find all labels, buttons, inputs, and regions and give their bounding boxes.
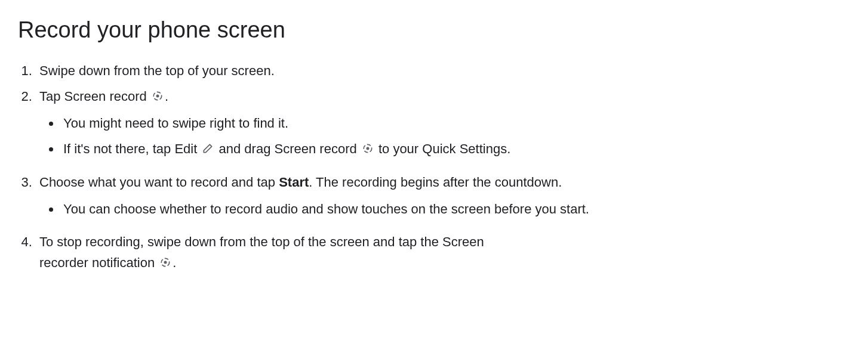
step-3-strong: Start — [279, 175, 309, 190]
step-2-sub-1: You might need to swipe right to find it… — [61, 113, 850, 134]
step-2-sub-2-text-c: to your Quick Settings. — [375, 141, 510, 156]
step-2-sub-2-text-b: and drag Screen record — [215, 141, 360, 156]
svg-point-5 — [164, 261, 167, 264]
step-3-sub-1: You can choose whether to record audio a… — [61, 199, 850, 219]
step-1: Swipe down from the top of your screen. — [36, 60, 850, 81]
svg-point-3 — [366, 147, 369, 150]
svg-point-1 — [156, 94, 159, 97]
step-2-sub-2: If it's not there, tap Edit and drag Scr… — [61, 138, 850, 159]
step-3: Choose what you want to record and tap S… — [36, 172, 850, 219]
screen-record-icon — [362, 142, 374, 154]
step-4-text-a: To stop recording, swipe down from the t… — [39, 234, 484, 270]
step-3-text-a: Choose what you want to record and tap — [39, 175, 279, 190]
step-4-text-b: . — [173, 255, 176, 270]
edit-icon — [202, 142, 214, 154]
screen-record-icon — [159, 256, 171, 268]
screen-record-icon — [152, 90, 164, 102]
step-2-text-a: Tap Screen record — [39, 89, 150, 104]
step-2-sublist: You might need to swipe right to find it… — [39, 113, 850, 159]
page-title: Record your phone screen — [18, 12, 850, 48]
step-2-sub-2-text-a: If it's not there, tap Edit — [63, 141, 201, 156]
steps-list: Swipe down from the top of your screen. … — [18, 60, 850, 274]
step-3-sublist: You can choose whether to record audio a… — [39, 199, 850, 219]
step-2: Tap Screen record . You might need to sw… — [36, 86, 850, 160]
step-4: To stop recording, swipe down from the t… — [36, 231, 850, 273]
step-2-text-b: . — [165, 89, 168, 104]
step-3-text-b: . The recording begins after the countdo… — [309, 175, 562, 190]
